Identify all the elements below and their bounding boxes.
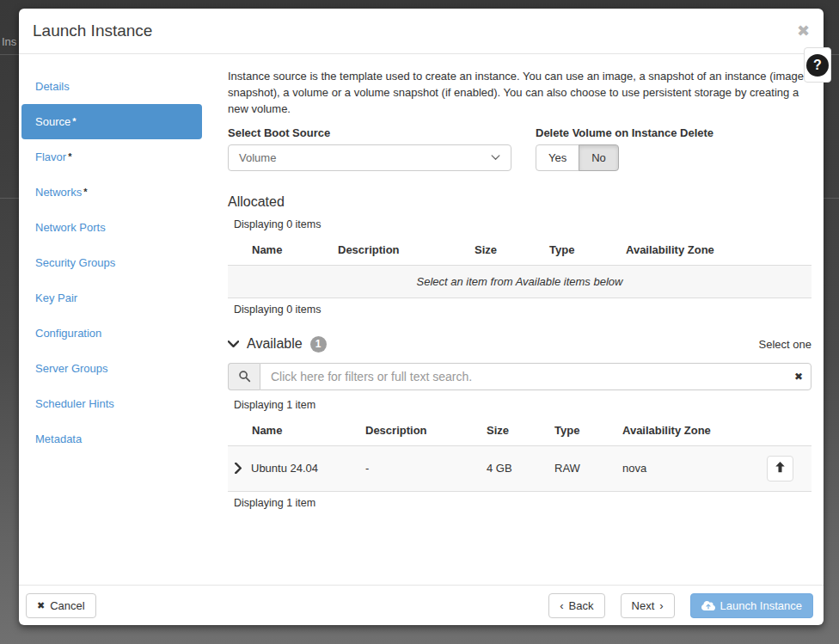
cloud-upload-icon [701,600,715,611]
sidebar-item-scheduler-hints[interactable]: Scheduler Hints [21,386,202,421]
arrow-up-icon [775,461,786,475]
sidebar-item-source[interactable]: Source* [21,104,202,139]
modal-footer: ✖ Cancel ‹ Back Next › Launch Instance [19,585,824,625]
available-table: Name Description Size Type Availability … [228,416,811,492]
allocated-empty-text: Select an item from Available items belo… [228,265,811,297]
sidebar-item-details[interactable]: Details [21,69,202,104]
column-header-actions [767,416,811,446]
chevron-right-icon: › [659,599,663,612]
allocate-item-button[interactable] [767,456,793,481]
allocated-heading: Allocated [228,194,811,210]
clear-search-icon[interactable]: ✖ [794,371,803,383]
column-header-size: Size [475,236,549,266]
boot-source-value: Volume [239,151,276,164]
sidebar-item-networks[interactable]: Networks* [21,175,202,210]
column-header-availability-zone: Availability Zone [622,416,767,446]
launch-instance-modal: Launch Instance ✖ ? Details Source* Flav… [19,9,824,625]
table-row: Ubuntu 24.04 - 4 GB RAW nova [228,445,811,491]
column-header-type: Type [549,236,626,266]
available-count-top: Displaying 1 item [234,399,811,411]
modal-title: Launch Instance [33,21,152,40]
column-header-name: Name [228,416,365,446]
launch-instance-button[interactable]: Launch Instance [690,593,813,618]
column-header-name: Name [228,236,338,266]
available-count-badge: 1 [310,336,327,353]
expand-chevron-icon[interactable] [235,463,242,474]
help-button[interactable]: ? [804,47,831,83]
sidebar-item-network-ports[interactable]: Network Ports [21,210,202,245]
sidebar-item-flavor[interactable]: Flavor* [21,139,202,175]
collapse-chevron-icon[interactable] [228,340,239,348]
sidebar-item-configuration[interactable]: Configuration [21,316,202,351]
modal-header: Launch Instance ✖ [19,9,824,54]
column-header-type: Type [554,416,622,446]
delete-volume-yes-button[interactable]: Yes [536,144,579,171]
delete-volume-label: Delete Volume on Instance Delete [536,126,713,139]
volume-type: RAW [554,445,622,491]
volume-description: - [365,445,487,491]
help-icon: ? [806,54,829,77]
source-panel: Instance source is the template used to … [228,69,811,585]
source-description: Instance source is the template used to … [228,69,811,118]
chevron-down-icon [491,155,500,161]
allocated-count-bottom: Displaying 0 items [234,304,811,316]
modal-body: Details Source* Flavor* Networks* Networ… [19,54,824,585]
sidebar-item-security-groups[interactable]: Security Groups [21,245,202,280]
search-bar: ✖ [228,363,811,390]
sidebar-item-key-pair[interactable]: Key Pair [21,280,202,316]
search-icon [228,363,260,390]
boot-source-label: Select Boot Source [228,126,511,139]
chevron-left-icon: ‹ [560,599,563,612]
close-icon[interactable]: ✖ [797,23,810,39]
allocated-empty-row: Select an item from Available items belo… [228,265,811,297]
next-button[interactable]: Next › [621,593,675,618]
cancel-button[interactable]: ✖ Cancel [26,593,96,618]
volume-availability-zone: nova [622,445,767,491]
background-page-text: Ins [2,35,16,48]
allocated-count-top: Displaying 0 items [234,218,811,230]
column-header-size: Size [487,416,554,446]
boot-source-select[interactable]: Volume [228,144,511,171]
wizard-nav: Details Source* Flavor* Networks* Networ… [21,69,202,585]
available-heading: Available [247,336,303,352]
allocated-table: Name Description Size Type Availability … [228,236,811,298]
volume-size: 4 GB [487,445,554,491]
column-header-description: Description [338,236,475,266]
volume-name: Ubuntu 24.04 [251,462,318,475]
search-input[interactable] [260,363,811,390]
back-button[interactable]: ‹ Back [548,593,604,618]
available-count-bottom: Displaying 1 item [234,497,811,509]
x-icon: ✖ [37,599,45,612]
sidebar-item-server-groups[interactable]: Server Groups [21,351,202,386]
sidebar-item-metadata[interactable]: Metadata [21,421,202,457]
delete-volume-no-button[interactable]: No [579,144,619,171]
column-header-availability-zone: Availability Zone [626,236,811,266]
delete-volume-toggle: Yes No [536,144,619,171]
column-header-description: Description [365,416,487,446]
select-one-hint: Select one [759,338,811,351]
